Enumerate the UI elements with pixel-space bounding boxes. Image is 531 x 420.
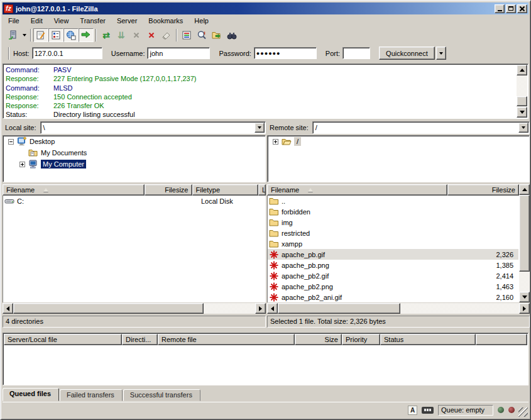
scroll-left-button[interactable] — [267, 303, 278, 314]
log-vertical-scrollbar[interactable] — [517, 65, 527, 118]
titlebar: fz john@127.0.0.1 - FileZilla — [3, 3, 528, 14]
scrollbar-thumb[interactable] — [517, 96, 527, 106]
password-label: Password: — [219, 50, 251, 57]
queue-size-panel: Queue: empty — [438, 405, 493, 416]
host-input[interactable] — [32, 47, 102, 59]
folder-icon — [269, 207, 279, 217]
filezilla-app-icon: fz — [4, 4, 13, 13]
file-name: .. — [282, 197, 455, 205]
remote-site-dropdown[interactable] — [518, 123, 528, 133]
filter-button[interactable] — [179, 28, 194, 42]
column-filesize[interactable]: Filesize — [447, 184, 519, 196]
local-site-dropdown[interactable] — [255, 123, 265, 133]
site-manager-dropdown[interactable] — [20, 28, 28, 42]
minimize-button[interactable] — [495, 4, 505, 13]
column-filesize[interactable]: Filesize — [145, 184, 192, 196]
file-row[interactable]: apache_pb2.png 1,463 — [268, 281, 518, 292]
desktop-icon — [17, 136, 27, 146]
column-server-local-file[interactable]: Server/Local file — [4, 334, 122, 345]
file-row[interactable]: xampp — [268, 238, 518, 249]
scrollbar-thumb[interactable] — [13, 303, 204, 314]
local-site-combobox[interactable]: \ — [40, 121, 266, 134]
remote-vertical-scrollbar[interactable] — [519, 184, 530, 302]
local-horizontal-scrollbar[interactable] — [3, 303, 266, 314]
find-files-button[interactable] — [224, 28, 239, 42]
tab-successful-transfers[interactable]: Successful transfers — [123, 389, 200, 401]
port-input[interactable] — [342, 47, 370, 59]
remote-site-combobox[interactable]: / — [312, 121, 530, 134]
file-row[interactable]: img — [268, 217, 518, 228]
toggle-local-tree-button[interactable] — [48, 28, 63, 42]
tree-item-desktop[interactable]: Desktop — [3, 136, 265, 147]
maximize-button[interactable] — [506, 4, 516, 13]
scroll-up-button[interactable] — [519, 184, 530, 195]
column-direction[interactable]: Directi... — [122, 334, 158, 345]
file-row[interactable]: forbidden — [268, 206, 518, 217]
cancel-operation-button[interactable] — [129, 28, 144, 42]
scroll-right-button[interactable] — [255, 303, 266, 314]
close-button[interactable] — [517, 4, 527, 13]
synchronized-browsing-button[interactable] — [209, 28, 224, 42]
my-documents-icon — [28, 148, 38, 158]
arrow-right-icon — [259, 306, 262, 311]
file-name: apache_pb.gif — [282, 251, 455, 258]
site-manager-button[interactable] — [5, 28, 20, 42]
file-row-selected[interactable]: apache_pb.gif 2,326 — [268, 249, 518, 260]
username-input[interactable] — [147, 47, 210, 59]
scroll-down-button[interactable] — [517, 107, 527, 118]
expand-icon[interactable] — [19, 162, 25, 167]
column-last-modified[interactable]: Last modified — [258, 184, 266, 196]
filezilla-window: fz john@127.0.0.1 - FileZilla File Edit … — [0, 0, 531, 420]
column-filetype[interactable]: Filetype — [192, 184, 259, 196]
compare-directories-button[interactable] — [194, 28, 209, 42]
scrollbar-thumb[interactable] — [519, 195, 530, 272]
column-filename[interactable]: Filename — [267, 184, 447, 196]
disconnect-icon — [149, 33, 154, 38]
toggle-remote-tree-button[interactable] — [63, 28, 79, 42]
column-remote-file[interactable]: Remote file — [158, 334, 295, 345]
expand-icon[interactable] — [273, 139, 278, 145]
file-row[interactable]: apache_pb2_ani.gif 2,160 — [268, 292, 518, 302]
disconnect-button[interactable] — [144, 28, 159, 42]
file-row[interactable]: apache_pb2.gif 2,414 — [268, 270, 518, 281]
tab-queued-files[interactable]: Queued files — [3, 388, 59, 401]
process-queue-button[interactable]: ⇊ — [114, 28, 129, 42]
clear-queue-button[interactable] — [159, 28, 174, 42]
toggle-transfer-queue-button[interactable] — [79, 28, 94, 42]
tree-item-my-computer[interactable]: My Computer — [3, 158, 265, 170]
local-tree: Desktop My Documents My Computer — [3, 135, 266, 182]
resize-grip[interactable] — [518, 407, 528, 417]
menu-edit[interactable]: Edit — [25, 16, 48, 26]
tree-item-root[interactable]: / — [268, 136, 529, 147]
scroll-right-button[interactable] — [519, 303, 530, 314]
scroll-up-button[interactable] — [517, 65, 527, 75]
remote-horizontal-scrollbar[interactable] — [267, 303, 530, 314]
menu-bookmarks[interactable]: Bookmarks — [143, 16, 189, 26]
quickconnect-button[interactable]: Quickconnect — [379, 47, 435, 60]
file-row[interactable]: .. — [268, 196, 518, 206]
scroll-down-button[interactable] — [519, 292, 530, 302]
file-row[interactable]: apache_pb.png 1,385 — [268, 260, 518, 270]
tab-failed-transfers[interactable]: Failed transfers — [60, 389, 123, 401]
menu-transfer[interactable]: Transfer — [74, 16, 111, 26]
scrollbar-thumb[interactable] — [278, 303, 400, 314]
refresh-button[interactable]: ⇄ — [99, 28, 114, 42]
column-filename[interactable]: Filename — [3, 184, 145, 196]
file-row[interactable]: restricted — [268, 228, 518, 238]
password-input[interactable] — [254, 47, 317, 59]
menu-view[interactable]: View — [48, 16, 75, 26]
file-row-c-drive[interactable]: C: Local Disk — [3, 196, 265, 206]
tree-item-label: Desktop — [30, 138, 55, 145]
menu-help[interactable]: Help — [189, 16, 214, 26]
menu-server[interactable]: Server — [111, 16, 143, 26]
menu-file[interactable]: File — [3, 16, 25, 26]
column-size[interactable]: Size — [295, 334, 342, 345]
quickconnect-dropdown[interactable] — [436, 47, 446, 60]
column-status[interactable]: Status — [380, 334, 476, 345]
scroll-left-button[interactable] — [3, 303, 13, 314]
collapse-icon[interactable] — [8, 139, 14, 145]
column-priority[interactable]: Priority — [342, 334, 380, 345]
tree-item-my-documents[interactable]: My Documents — [3, 147, 265, 158]
toggle-message-log-button[interactable] — [33, 28, 48, 42]
data-indicator-red-led — [508, 407, 515, 413]
